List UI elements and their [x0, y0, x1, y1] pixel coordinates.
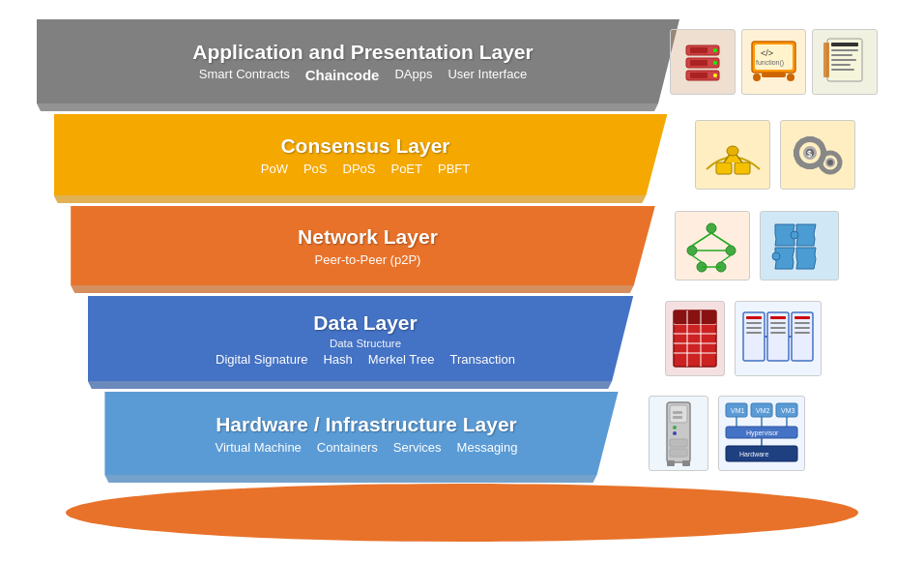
layer-app: Application and Presentation Layer Smart…: [37, 19, 887, 111]
consensus-kw-5: PBFT: [438, 162, 470, 176]
consensus-kw-2: PoS: [303, 162, 328, 176]
svg-rect-65: [743, 312, 765, 361]
svg-text:Hypervisor: Hypervisor: [746, 429, 779, 437]
svg-rect-70: [746, 327, 762, 329]
svg-rect-90: [673, 411, 682, 414]
svg-rect-8: [690, 73, 707, 78]
svg-rect-33: [822, 149, 826, 157]
svg-rect-25: [735, 162, 750, 174]
svg-rect-6: [690, 47, 707, 53]
consensus-kw-4: PoET: [390, 162, 422, 176]
svg-point-44: [726, 246, 736, 255]
svg-line-50: [721, 255, 731, 262]
data-front: Data Layer Data Structure Digital Signat…: [88, 296, 633, 381]
svg-rect-22: [831, 69, 854, 71]
svg-rect-75: [770, 332, 786, 334]
hardware-bottom: [104, 475, 618, 483]
network-icons: [646, 206, 853, 285]
hardware-icon-2: VM1 VM2 VM3 Hypervisor: [718, 396, 805, 471]
svg-point-85: [673, 431, 677, 435]
svg-rect-73: [770, 322, 786, 324]
svg-rect-67: [792, 312, 813, 361]
data-kw-2: Hash: [323, 352, 352, 367]
network-front: Network Layer Peer-to-Peer (p2P): [71, 206, 655, 285]
data-kw-3: Merkel Tree: [368, 352, 435, 367]
data-subtitle: Data Structure: [117, 338, 614, 349]
svg-rect-24: [716, 162, 732, 174]
svg-rect-19: [831, 54, 852, 56]
consensus-icons: $: [657, 114, 870, 195]
consensus-icon-2: $: [780, 120, 855, 190]
layer-consensus: Consensus Layer PoW PoS DPoS PoET PBFT: [54, 114, 871, 203]
svg-rect-62: [674, 310, 716, 324]
svg-rect-78: [794, 327, 810, 329]
svg-text:function(): function(): [756, 59, 784, 67]
network-icon-1: [675, 211, 750, 280]
app-kw-3: DApps: [394, 67, 432, 83]
consensus-kw-1: PoW: [261, 162, 288, 176]
app-icon-3: [812, 29, 878, 95]
app-kw-4: User Interface: [448, 67, 527, 83]
hardware-icons: VM1 VM2 VM3 Hypervisor: [609, 392, 820, 475]
app-front: Application and Presentation Layer Smart…: [37, 19, 679, 103]
app-icon-2: </> function(): [741, 29, 807, 95]
network-keywords: Peer-to-Peer (p2P): [100, 252, 636, 267]
hardware-title: Hardware / Infrastructure Layer: [133, 412, 598, 436]
base-ellipse: [66, 484, 858, 542]
consensus-icon-1: [695, 120, 770, 190]
svg-rect-68: [746, 316, 762, 319]
layer-data: Data Layer Data Structure Digital Signat…: [88, 296, 836, 389]
svg-point-53: [791, 231, 798, 239]
consensus-bottom: [54, 195, 668, 203]
data-bottom: [88, 381, 633, 389]
svg-point-3: [713, 48, 717, 52]
svg-rect-7: [690, 60, 707, 66]
data-kw-1: Digital Signature: [216, 352, 307, 367]
svg-rect-13: [762, 73, 786, 77]
hardware-kw-1: Virtual Machine: [215, 440, 301, 455]
svg-rect-88: [667, 460, 675, 466]
consensus-kw-3: DPoS: [343, 162, 376, 176]
svg-point-26: [727, 146, 738, 156]
svg-rect-66: [767, 312, 789, 361]
svg-rect-86: [670, 439, 687, 447]
svg-line-49: [692, 255, 702, 262]
app-keywords: Smart Contracts Chaincode DApps User Int…: [66, 67, 660, 83]
svg-rect-74: [770, 327, 786, 329]
layer-network: Network Layer Peer-to-Peer (p2P): [71, 206, 853, 293]
svg-rect-79: [794, 332, 810, 334]
svg-rect-71: [746, 332, 762, 334]
svg-rect-89: [682, 460, 690, 466]
svg-rect-91: [673, 416, 682, 419]
app-icons: </> function(): [670, 19, 887, 103]
svg-rect-17: [831, 43, 858, 46]
consensus-title: Consensus Layer: [83, 133, 649, 158]
svg-text:VM3: VM3: [781, 407, 795, 414]
hardware-kw-4: Messaging: [457, 440, 518, 455]
svg-point-15: [787, 74, 794, 81]
svg-line-47: [692, 233, 711, 246]
svg-point-5: [713, 74, 717, 77]
hardware-kw-3: Services: [393, 440, 442, 455]
svg-text:VM1: VM1: [731, 407, 745, 414]
svg-rect-18: [831, 49, 858, 51]
app-bottom-face: [37, 103, 679, 111]
data-kw-4: Transaction: [449, 352, 514, 367]
data-icons: [623, 296, 836, 381]
svg-rect-87: [670, 449, 687, 457]
diagram-container: Application and Presentation Layer Smart…: [17, 10, 907, 551]
svg-point-84: [673, 426, 677, 429]
hardware-front: Hardware / Infrastructure Layer Virtual …: [104, 392, 618, 475]
svg-rect-21: [831, 64, 851, 66]
svg-rect-20: [831, 59, 856, 61]
svg-line-48: [711, 233, 731, 246]
layer-hardware: Hardware / Infrastructure Layer Virtual …: [104, 392, 819, 483]
hardware-kw-2: Containers: [317, 440, 378, 455]
network-title: Network Layer: [100, 224, 636, 249]
svg-rect-23: [823, 43, 829, 77]
consensus-front: Consensus Layer PoW PoS DPoS PoET PBFT: [54, 114, 668, 195]
svg-point-42: [707, 223, 716, 233]
svg-point-40: [827, 160, 833, 165]
network-kw-1: Peer-to-Peer (p2P): [315, 252, 421, 267]
svg-text:VM2: VM2: [756, 407, 770, 414]
